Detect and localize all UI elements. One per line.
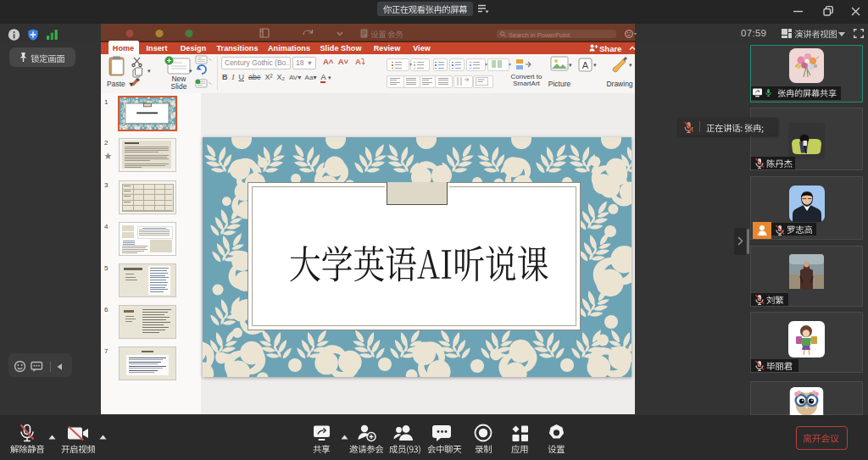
svg-text:A: A xyxy=(582,60,589,70)
